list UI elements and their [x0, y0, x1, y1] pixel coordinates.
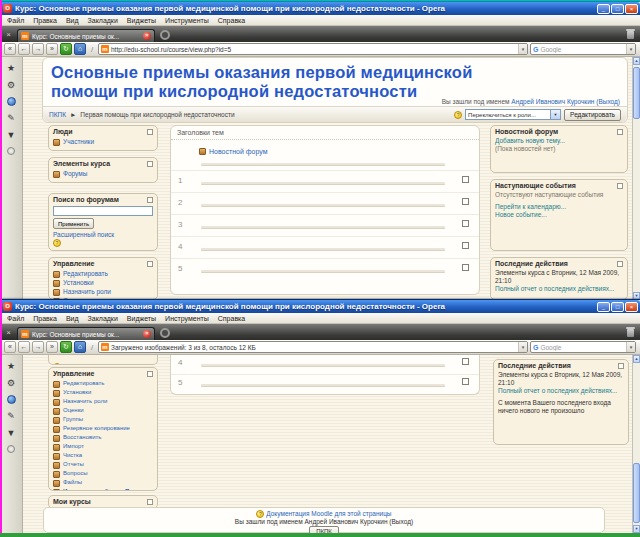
- vertical-scrollbar[interactable]: ▲ ▼: [632, 57, 640, 300]
- block-hide-icon[interactable]: [617, 129, 623, 135]
- admin-import-link[interactable]: Импорт: [63, 443, 84, 450]
- menu-widgets[interactable]: Виджеты: [127, 17, 156, 24]
- help-icon[interactable]: ?: [53, 239, 61, 247]
- user-name-link[interactable]: Андрей Иванович Курочкин: [511, 98, 594, 105]
- minimize-button[interactable]: _: [597, 302, 610, 312]
- new-tab-button[interactable]: [160, 30, 170, 40]
- edit-mode-button[interactable]: Редактировать: [564, 109, 621, 121]
- menu-help[interactable]: Справка: [218, 17, 245, 24]
- rewind-button[interactable]: «: [4, 341, 16, 353]
- web-globe-icon[interactable]: [7, 97, 16, 106]
- search-field[interactable]: G Google ▾: [530, 43, 636, 55]
- full-report-link[interactable]: Полный отчет о последних действиях...: [498, 387, 617, 394]
- admin-roles-link[interactable]: Назначить роли: [63, 398, 107, 405]
- show-only-topic-icon[interactable]: [462, 358, 469, 365]
- admin-grades-link[interactable]: Оценки: [63, 407, 84, 414]
- tab-close-icon[interactable]: ×: [143, 330, 151, 338]
- admin-edit-link[interactable]: Редактировать: [63, 270, 108, 278]
- calendar-link[interactable]: Перейти к календарю...: [495, 203, 566, 210]
- downloads-icon[interactable]: ▼: [7, 428, 16, 438]
- maximize-button[interactable]: □: [611, 302, 624, 312]
- vertical-scrollbar[interactable]: ▲ ▼: [632, 355, 640, 533]
- block-hide-icon[interactable]: [147, 129, 153, 135]
- downloads-icon[interactable]: ▼: [7, 130, 16, 140]
- minimize-button[interactable]: _: [597, 4, 610, 14]
- moodle-docs-link[interactable]: Документация Moodle для этой страницы: [266, 510, 391, 517]
- close-button[interactable]: ×: [625, 4, 638, 14]
- participants-link[interactable]: Участники: [63, 138, 94, 146]
- admin-backup-link[interactable]: Резервное копирование: [63, 425, 130, 432]
- widgets-gear-icon[interactable]: ⚙: [7, 378, 15, 388]
- menu-widgets[interactable]: Виджеты: [127, 315, 156, 322]
- history-icon[interactable]: [7, 147, 15, 155]
- switch-role-select[interactable]: Переключиться к роли... ▼: [465, 109, 561, 120]
- menu-help[interactable]: Справка: [218, 315, 245, 322]
- wand-icon[interactable]: /: [88, 45, 96, 54]
- show-only-topic-icon[interactable]: [462, 220, 469, 227]
- add-topic-link[interactable]: Добавить новую тему...: [495, 137, 565, 144]
- menu-view[interactable]: Вид: [66, 17, 79, 24]
- forum-search-input[interactable]: [53, 206, 153, 216]
- block-hide-icon[interactable]: [617, 183, 623, 189]
- back-button[interactable]: ←: [18, 43, 30, 55]
- back-button[interactable]: ←: [18, 341, 30, 353]
- scrollbar-thumb[interactable]: [633, 463, 640, 523]
- menu-bookmarks[interactable]: Закладки: [88, 17, 118, 24]
- admin-restore-link[interactable]: Восстановить: [63, 434, 101, 441]
- show-only-topic-icon[interactable]: [462, 264, 469, 271]
- menu-edit[interactable]: Правка: [33, 17, 57, 24]
- admin-questions-link[interactable]: Вопросы: [63, 470, 88, 477]
- tab-course[interactable]: m Курс: Основные приемы ок... ×: [17, 327, 155, 340]
- close-button[interactable]: ×: [625, 302, 638, 312]
- bookmarks-star-icon[interactable]: ★: [7, 63, 15, 73]
- full-report-link[interactable]: Полный отчет о последних действиях...: [495, 285, 614, 292]
- block-hide-icon[interactable]: [618, 363, 624, 369]
- news-forum-link[interactable]: Новостной форум: [209, 148, 268, 155]
- menu-file[interactable]: Файл: [7, 315, 24, 322]
- new-tab-button[interactable]: [160, 328, 170, 338]
- admin-edit-link[interactable]: Редактировать: [63, 380, 104, 387]
- block-hide-icon[interactable]: [147, 161, 153, 167]
- fast-forward-button[interactable]: »: [46, 341, 58, 353]
- breadcrumb-site-link[interactable]: ПКПК: [49, 111, 66, 118]
- apply-button[interactable]: Применить: [53, 218, 94, 229]
- menu-tools[interactable]: Инструменты: [165, 315, 209, 322]
- admin-roles-link[interactable]: Назначить роли: [63, 288, 111, 296]
- advanced-search-link[interactable]: Расширенный поиск: [53, 231, 114, 238]
- block-hide-icon[interactable]: [147, 261, 153, 267]
- home-button[interactable]: ⌂: [74, 43, 86, 55]
- block-hide-icon[interactable]: [617, 261, 623, 267]
- admin-unenrol-link[interactable]: Исключить себя из «Первая помощь при кис…: [63, 488, 153, 491]
- help-icon[interactable]: ?: [454, 111, 462, 119]
- menu-tools[interactable]: Инструменты: [165, 17, 209, 24]
- search-dropdown-icon[interactable]: ▾: [626, 44, 635, 54]
- reload-button[interactable]: ↻: [60, 43, 72, 55]
- menu-bookmarks[interactable]: Закладки: [88, 315, 118, 322]
- rewind-button[interactable]: «: [4, 43, 16, 55]
- notes-icon[interactable]: ✎: [7, 113, 15, 123]
- scroll-up-icon[interactable]: ▲: [633, 355, 640, 363]
- block-hide-icon[interactable]: [147, 197, 153, 203]
- history-icon[interactable]: [7, 445, 15, 453]
- logout-link[interactable]: (Выход): [596, 98, 620, 105]
- scroll-up-icon[interactable]: ▲: [633, 57, 640, 65]
- panels-toggle-icon[interactable]: ×: [3, 29, 14, 40]
- bookmarks-star-icon[interactable]: ★: [7, 361, 15, 371]
- admin-settings-link[interactable]: Установки: [63, 389, 91, 396]
- widgets-gear-icon[interactable]: ⚙: [7, 80, 15, 90]
- menu-file[interactable]: Файл: [7, 17, 24, 24]
- menu-view[interactable]: Вид: [66, 315, 79, 322]
- web-globe-icon[interactable]: [7, 395, 16, 404]
- forward-button[interactable]: →: [32, 43, 44, 55]
- address-field[interactable]: m http://edu-school.ru/course/view.php?i…: [98, 43, 528, 55]
- admin-settings-link[interactable]: Установки: [63, 279, 94, 287]
- search-dropdown-icon[interactable]: ▾: [626, 342, 635, 352]
- title-bar[interactable]: O Курс: Основные приемы оказания первой …: [0, 300, 640, 313]
- tab-close-icon[interactable]: ×: [143, 32, 151, 40]
- title-bar[interactable]: O Курс: Основные приемы оказания первой …: [0, 2, 640, 15]
- show-only-topic-icon[interactable]: [462, 242, 469, 249]
- address-field[interactable]: m Загружено изображений: 3 из 8, осталос…: [98, 341, 528, 353]
- admin-files-link[interactable]: Файлы: [63, 479, 82, 486]
- closed-tabs-trash-icon[interactable]: [627, 31, 634, 39]
- show-only-topic-icon[interactable]: [462, 176, 469, 183]
